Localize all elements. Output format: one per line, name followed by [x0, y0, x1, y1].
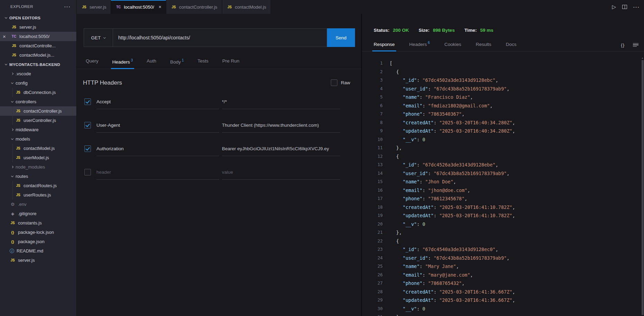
response-tab-headers[interactable]: Headers6	[409, 41, 430, 51]
tree-file-env[interactable]: ⚙.env	[0, 200, 76, 209]
section-header-project[interactable]: MYCONTACTS-BACKEND	[0, 60, 76, 69]
request-tab-pre-run[interactable]: Pre Run	[222, 58, 240, 69]
header-value-field[interactable]: Bearer eyJhbGciOiJIUzI1NiIsInR5cCI6IkpXV…	[222, 142, 340, 156]
tree-file-contactmodel-js[interactable]: JScontactModel.js	[0, 144, 76, 153]
explorer-header: EXPLORER ···	[0, 0, 76, 13]
vscode-window: EXPLORER ··· OPEN EDITORSJSserver.js×TCl…	[0, 0, 644, 316]
json-value: "Francisco Diaz"	[425, 94, 470, 100]
tree-folder-models[interactable]: models	[0, 134, 76, 144]
json-value: "2025-03-20T16:41:10.782Z"	[439, 204, 512, 210]
tree-file-package-json[interactable]: {}package.json	[0, 237, 76, 246]
header-name-field[interactable]: User-Agent	[96, 118, 219, 133]
tree-folder-config[interactable]: config	[0, 78, 76, 88]
line-number: 8	[362, 118, 383, 127]
more-actions-icon[interactable]: ···	[633, 4, 640, 10]
tree-file-readme-md[interactable]: iREADME.md	[0, 246, 76, 256]
open-editor-item-localhost-5050[interactable]: ×TClocalhost:5050/	[0, 32, 76, 41]
tree-file-usermodel-js[interactable]: JSuserModel.js	[0, 153, 76, 162]
tree-folder-routes[interactable]: routes	[0, 172, 76, 181]
tree-folder-node-modules[interactable]: node_modules	[0, 162, 76, 172]
tree-file-gitignore[interactable]: ◈.gitignore	[0, 209, 76, 218]
url-input[interactable]	[113, 29, 327, 47]
json-comma: ,	[495, 247, 498, 252]
tree-file-constants-js[interactable]: JSconstants.js	[0, 218, 76, 228]
header-value-field[interactable]: Thunder Client (https://www.thunderclien…	[222, 118, 340, 133]
header-value-field[interactable]: value	[222, 165, 340, 180]
editor-tab-contactcontroller-js[interactable]: JScontactController.js	[166, 0, 222, 14]
raw-checkbox[interactable]	[331, 79, 337, 86]
response-line: 14"user_id": "67dc43b8a52b169178379ab9",	[362, 169, 641, 178]
editor-tab-localhost-5050[interactable]: TClocalhost:5050/×	[111, 0, 166, 14]
tree-file-package-lock-json[interactable]: {}package-lock.json	[0, 228, 76, 237]
send-button[interactable]: Send	[327, 28, 355, 47]
header-row-authorization: AuthorizationBearer eyJhbGciOiJIUzI1NiIs…	[84, 142, 361, 156]
split-editor-icon[interactable]	[622, 5, 627, 9]
editor-tab-server-js[interactable]: JSserver.js	[77, 0, 111, 14]
request-tab-body[interactable]: Body1	[170, 58, 184, 69]
json-key: "name"	[403, 94, 420, 100]
close-icon[interactable]: ×	[0, 33, 9, 39]
json-value: "7863540367"	[428, 111, 462, 117]
tree-item-label: config	[16, 80, 28, 86]
response-tab-docs[interactable]: Docs	[506, 42, 516, 51]
header-checkbox[interactable]	[84, 145, 91, 152]
tree-folder-vscode[interactable]: .vscode	[0, 69, 76, 78]
tree-file-contactcontroller-js[interactable]: JScontactController.js	[0, 106, 76, 116]
json-key: "__v"	[403, 137, 417, 142]
chevron-down-icon	[103, 36, 106, 38]
tree-file-contactroutes-js[interactable]: JScontactRoutes.js	[0, 181, 76, 190]
close-icon[interactable]: ×	[159, 4, 161, 10]
tree-file-server-js[interactable]: JSserver.js	[0, 256, 76, 265]
line-wrap-icon[interactable]	[633, 43, 638, 47]
javascript-file-icon: JS	[15, 155, 21, 161]
chevron-down-icon	[5, 16, 7, 18]
response-tab-response[interactable]: Response	[374, 42, 395, 51]
json-value: "2025-03-20T16:40:34.280Z"	[439, 120, 512, 125]
response-tab-results[interactable]: Results	[476, 42, 491, 51]
request-tab-tests[interactable]: Tests	[197, 58, 208, 69]
line-number: 6	[362, 102, 383, 110]
response-tab-cookies[interactable]: Cookies	[444, 42, 461, 51]
header-name-field[interactable]: Authorization	[96, 142, 219, 156]
run-icon[interactable]: ▷	[612, 4, 616, 10]
request-tab-headers[interactable]: Headers3	[112, 58, 133, 69]
section-label: MYCONTACTS-BACKEND	[9, 63, 60, 67]
header-checkbox[interactable]	[84, 122, 91, 128]
tree-folder-controllers[interactable]: controllers	[0, 97, 76, 106]
header-checkbox[interactable]	[84, 98, 91, 105]
json-punctuation: {	[396, 69, 399, 75]
header-value-field[interactable]: */*	[222, 95, 340, 109]
json-comma: ,	[495, 162, 498, 167]
tree-folder-middleware[interactable]: middleware	[0, 125, 76, 134]
scroll-up-icon[interactable]: ▲	[641, 57, 644, 59]
header-checkbox[interactable]	[84, 169, 91, 175]
header-name-field[interactable]: Accept	[96, 95, 219, 109]
open-editor-item-server-js[interactable]: JSserver.js	[0, 22, 76, 32]
request-tab-query[interactable]: Query	[86, 58, 99, 69]
method-select[interactable]: GET	[84, 29, 113, 47]
response-line: 29"updatedAt": "2025-03-20T16:41:36.667Z…	[362, 296, 641, 305]
response-line: 23"_id": "67dc4540a3de3143d9128ec0",	[362, 245, 641, 254]
json-colon: :	[422, 280, 428, 286]
response-line: 27"phone": "7868765432",	[362, 279, 641, 288]
open-editor-item-contactmodel-js[interactable]: JScontactModel.js...	[0, 50, 76, 60]
editor-tab-contactmodel-js[interactable]: JScontactModel.js	[222, 0, 271, 14]
explorer-more-icon[interactable]: ···	[64, 4, 71, 9]
status-item: Status: 200 OK	[374, 28, 409, 33]
json-value: 0	[422, 306, 425, 312]
tree-file-userroutes-js[interactable]: JSuserRoutes.js	[0, 190, 76, 200]
section-header-open-editors[interactable]: OPEN EDITORS	[0, 13, 76, 22]
line-content: "name": "Francisco Diaz",	[383, 93, 473, 102]
line-content: "_id": "67dc4540a3de3143d9128ec0",	[383, 245, 498, 254]
response-line: 6"email": "fmdiaz1802@gmail.com",	[362, 102, 641, 110]
response-scrollbar[interactable]	[642, 60, 644, 315]
request-tab-auth[interactable]: Auth	[147, 58, 156, 69]
line-number: 11	[362, 144, 383, 152]
format-json-icon[interactable]: {}	[621, 42, 625, 48]
tree-file-dbconnection-js[interactable]: JSdbConnection.js	[0, 88, 76, 97]
open-editor-item-contactcontrolle[interactable]: JScontactControlle...	[0, 41, 76, 50]
line-content: "__v": 0	[383, 135, 425, 144]
tree-file-usercontroller-js[interactable]: JSuserController.js	[0, 116, 76, 125]
json-punctuation: },	[396, 145, 402, 151]
header-name-field[interactable]: header	[96, 165, 219, 180]
